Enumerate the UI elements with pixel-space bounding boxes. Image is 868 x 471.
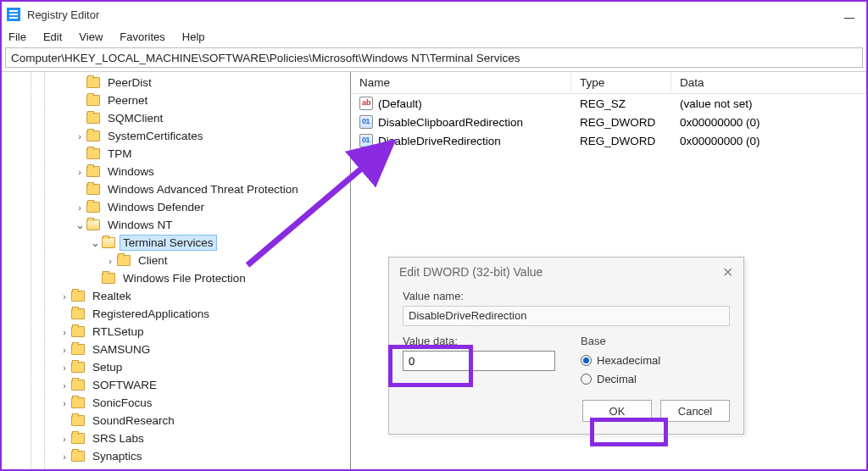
window-title: Registry Editor <box>27 8 844 21</box>
menu-bar: File Edit View Favorites Help <box>2 27 866 46</box>
value-name: (Default) <box>378 97 422 110</box>
list-row[interactable]: DisableClipboardRedirectionREG_DWORD0x00… <box>351 113 866 131</box>
tree-item[interactable]: Setup <box>29 358 350 376</box>
value-type: REG_DWORD <box>571 135 671 147</box>
minimize-button[interactable] <box>844 18 854 19</box>
chevron-right-icon[interactable] <box>59 345 70 355</box>
address-bar[interactable]: Computer\HKEY_LOCAL_MACHINE\SOFTWARE\Pol… <box>5 47 863 68</box>
folder-icon <box>102 273 115 284</box>
chevron-right-icon[interactable] <box>75 131 85 141</box>
tree-item[interactable]: SQMClient <box>29 109 350 127</box>
close-icon[interactable]: ✕ <box>722 264 733 280</box>
value-data: (value not set) <box>671 97 866 110</box>
tree-item[interactable]: Windows <box>29 163 350 180</box>
folder-icon <box>71 344 85 355</box>
menu-file[interactable]: File <box>8 30 26 43</box>
chevron-down-icon[interactable] <box>75 220 85 230</box>
tree-item[interactable]: Realtek <box>29 287 350 305</box>
tree-item[interactable]: SRS Labs <box>29 429 350 447</box>
menu-view[interactable]: View <box>79 30 103 43</box>
tree-item-label: Synaptics <box>90 449 145 463</box>
chevron-right-icon[interactable] <box>59 380 70 391</box>
menu-edit[interactable]: Edit <box>43 30 62 43</box>
chevron-right-icon[interactable] <box>59 398 70 408</box>
edit-dword-dialog: Edit DWORD (32-bit) Value ✕ Value name: … <box>388 257 744 435</box>
header-data[interactable]: Data <box>671 72 866 93</box>
header-type[interactable]: Type <box>571 72 671 93</box>
tree-item-label: Client <box>136 253 170 268</box>
value-name-label: Value name: <box>403 290 730 302</box>
folder-icon <box>71 362 85 373</box>
folder-icon <box>71 326 85 337</box>
ok-button[interactable]: OK <box>582 400 652 422</box>
list-row[interactable]: DisableDriveRedirectionREG_DWORD0x000000… <box>351 131 866 150</box>
chevron-right-icon[interactable] <box>59 363 70 373</box>
radio-decimal[interactable]: Decimal <box>581 369 730 388</box>
tree-item-label: Peernet <box>105 93 150 108</box>
chevron-right-icon[interactable] <box>59 327 70 337</box>
tree-item-label: SoundResearch <box>90 413 177 428</box>
value-data: 0x00000000 (0) <box>671 116 866 129</box>
cancel-button[interactable]: Cancel <box>660 400 730 422</box>
chevron-right-icon[interactable] <box>75 202 85 213</box>
tree-item[interactable]: RegisteredApplications <box>29 305 350 323</box>
radio-hexadecimal[interactable]: Hexadecimal <box>581 351 730 369</box>
radio-dot-icon <box>581 355 592 366</box>
folder-icon <box>86 166 100 177</box>
tree-item[interactable]: Terminal Services <box>29 234 350 252</box>
chevron-right-icon[interactable] <box>75 167 85 177</box>
tree-item[interactable]: SoundResearch <box>29 412 350 429</box>
tree-item[interactable]: SAMSUNG <box>29 341 350 358</box>
tree-item[interactable]: TPM <box>29 145 350 163</box>
chevron-right-icon[interactable] <box>59 434 70 444</box>
regedit-icon <box>7 8 20 21</box>
tree-item[interactable]: SystemCertificates <box>29 127 350 145</box>
tree-item-label: Windows NT <box>105 218 175 232</box>
menu-favorites[interactable]: Favorites <box>120 30 164 43</box>
tree-item[interactable]: PeerDist <box>29 74 350 91</box>
value-name-field: DisableDriveRedirection <box>403 306 730 326</box>
tree-item[interactable]: Windows Advanced Threat Protection <box>29 180 350 198</box>
tree-item-label: RegisteredApplications <box>90 307 212 321</box>
value-data-input[interactable] <box>403 351 555 371</box>
tree-item-label: RTLSetup <box>90 324 147 339</box>
registry-editor-window: Registry Editor File Edit View Favorites… <box>0 0 868 471</box>
folder-icon <box>102 237 115 248</box>
tree-item[interactable]: Client <box>29 252 350 269</box>
tree-item-label: Windows Defender <box>105 200 207 214</box>
chevron-right-icon[interactable] <box>105 256 115 266</box>
tree-item-label: Realtek <box>90 289 134 303</box>
dec-label: Decimal <box>597 373 637 385</box>
value-type: REG_DWORD <box>571 116 671 129</box>
tree-item[interactable]: Windows NT <box>29 216 350 234</box>
hex-label: Hexadecimal <box>597 354 660 367</box>
tree-item[interactable]: Peernet <box>29 91 350 109</box>
tree-item-label: SOFTWARE <box>90 378 159 392</box>
tree-item[interactable]: SonicFocus <box>29 394 350 412</box>
tree-item-label: Setup <box>90 360 125 374</box>
folder-icon <box>86 130 100 141</box>
tree-pane[interactable]: PeerDistPeernetSQMClientSystemCertificat… <box>2 72 351 469</box>
header-name[interactable]: Name <box>351 72 571 93</box>
tree-item-label: TPM <box>105 147 135 161</box>
radio-dot-icon <box>581 374 592 385</box>
list-row[interactable]: (Default)REG_SZ(value not set) <box>351 94 866 113</box>
tree-item[interactable]: RTLSetup <box>29 323 350 341</box>
chevron-right-icon[interactable] <box>59 452 70 462</box>
folder-icon <box>86 95 100 106</box>
tree-item[interactable]: Synaptics <box>29 447 350 465</box>
base-label: Base <box>581 335 730 347</box>
menu-help[interactable]: Help <box>182 30 205 43</box>
value-data: 0x00000000 (0) <box>671 135 866 147</box>
tree-item[interactable]: Windows Defender <box>29 198 350 216</box>
tree-item-label: Windows Advanced Threat Protection <box>105 182 301 197</box>
value-type: REG_SZ <box>571 97 671 110</box>
chevron-down-icon[interactable] <box>90 238 100 248</box>
tree-item-label: PeerDist <box>105 75 154 90</box>
folder-icon <box>86 184 100 195</box>
folder-icon <box>86 148 100 159</box>
tree-item[interactable]: SOFTWARE <box>29 376 350 394</box>
address-text: Computer\HKEY_LOCAL_MACHINE\SOFTWARE\Pol… <box>11 52 520 64</box>
tree-item[interactable]: Windows File Protection <box>29 269 350 287</box>
chevron-right-icon[interactable] <box>59 291 70 302</box>
